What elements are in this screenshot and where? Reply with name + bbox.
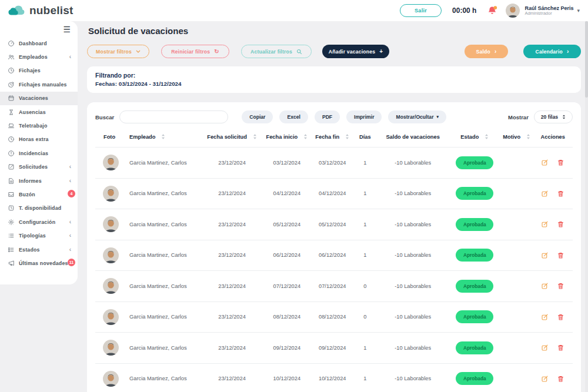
sidebar-item-label: Ausencias	[19, 109, 46, 115]
page-title: Solicitud de vacaciones	[88, 26, 581, 36]
table-row: Garcia Martinez, Carlos 23/12/2024 03/12…	[95, 147, 573, 178]
column-header-foto: Foto	[95, 134, 129, 140]
sidebar-item-fichajes-manuales[interactable]: Fichajes manuales	[0, 78, 78, 91]
cell-fecha-inicio: 04/12/2024	[262, 190, 311, 196]
sidebar-item-label: Estados	[19, 247, 40, 253]
cell-acciones	[533, 375, 573, 383]
table-row: Garcia Martinez, Carlos 23/12/2024 07/12…	[95, 270, 573, 301]
delete-icon[interactable]	[557, 313, 564, 321]
reset-filters-button[interactable]: Reiniciar filtros ↻	[161, 45, 229, 58]
sidebar-item-configuracion[interactable]: Configuración ‹	[0, 215, 78, 229]
table-row: Garcia Martinez, Carlos 23/12/2024 04/12…	[95, 178, 573, 209]
calendar-button[interactable]: Calendario ›	[523, 45, 581, 58]
sidebar-item-label: Dashboard	[19, 41, 47, 46]
user-info[interactable]: Raúl Sánchez Peris Administrador	[524, 5, 573, 16]
sort-icon[interactable]	[161, 133, 165, 140]
column-header-fecha-solicitud[interactable]: Fecha solicitud	[202, 133, 262, 140]
logout-button[interactable]: Salir	[400, 4, 442, 17]
cell-saldo: -10 Laborables	[377, 190, 449, 196]
edit-icon[interactable]	[541, 282, 549, 290]
delete-icon[interactable]	[557, 159, 564, 166]
sidebar-item-horas-extra[interactable]: Horas extra	[0, 133, 78, 146]
caret-down-icon: ▾	[436, 115, 439, 119]
column-header-empleado[interactable]: Empleado	[129, 133, 202, 140]
updown-icon	[562, 114, 566, 120]
sort-icon[interactable]	[485, 133, 489, 140]
reset-filters-label: Reiniciar filtros	[171, 49, 210, 55]
delete-icon[interactable]	[557, 220, 564, 228]
export-imprimir-button[interactable]: Imprimir	[346, 110, 382, 123]
calendar-label: Calendario	[536, 49, 563, 55]
sidebar-item-ultimas-novedades[interactable]: Últimas novedades 11	[0, 256, 78, 270]
delete-icon[interactable]	[557, 252, 564, 259]
edit-icon[interactable]	[541, 375, 549, 383]
sidebar-item-estados[interactable]: Estados ‹	[0, 243, 78, 256]
sort-icon[interactable]	[526, 133, 530, 140]
sort-icon[interactable]	[253, 133, 257, 140]
column-label: Fecha solicitud	[207, 134, 247, 140]
sidebar-item-teletrabajo[interactable]: Teletrabajo	[0, 119, 78, 132]
sidebar-item-label: Vacaciones	[19, 95, 48, 101]
sidebar-item-ausencias[interactable]: Ausencias	[0, 105, 78, 119]
edit-icon[interactable]	[541, 159, 549, 166]
column-header-estado[interactable]: Estado	[449, 133, 500, 140]
delete-icon[interactable]	[557, 190, 564, 197]
cell-fecha-solicitud: 23/12/2024	[202, 160, 262, 166]
update-filters-button[interactable]: Actualizar filtros	[241, 45, 312, 58]
sidebar-item-fichajes[interactable]: Fichajes	[0, 64, 78, 78]
delete-icon[interactable]	[557, 282, 564, 290]
sidebar-item-dashboard[interactable]: Dashboard	[0, 36, 78, 50]
add-vacation-button[interactable]: Añadir vacaciones +	[322, 45, 389, 58]
show-filters-button[interactable]: Mostrar filtros	[87, 45, 149, 58]
edit-icon[interactable]	[541, 190, 549, 197]
notification-count-badge: 11	[68, 259, 75, 266]
sort-icon[interactable]	[345, 133, 349, 140]
employee-photo	[103, 371, 119, 387]
search-input[interactable]	[119, 110, 228, 123]
sidebar-item-label: Fichajes manuales	[19, 82, 67, 88]
status-badge: Aprobada	[456, 280, 493, 293]
status-badge: Aprobada	[456, 187, 493, 200]
edit-icon[interactable]	[541, 220, 549, 228]
cell-empleado: Garcia Martinez, Carlos	[129, 190, 202, 196]
edit-icon[interactable]	[541, 313, 549, 321]
sidebar-item-solicitudes[interactable]: Solicitudes ‹	[0, 160, 78, 174]
cell-empleado: Garcia Martinez, Carlos	[129, 222, 202, 227]
column-header-fecha-fin[interactable]: Fecha fin	[312, 133, 353, 140]
cell-empleado: Garcia Martinez, Carlos	[129, 314, 202, 320]
column-header-motivo[interactable]: Motivo	[500, 133, 533, 140]
sidebar-item-vacaciones[interactable]: Vacaciones	[0, 92, 78, 105]
edit-icon[interactable]	[541, 344, 549, 351]
user-avatar[interactable]	[506, 4, 520, 18]
toggle-columns-button[interactable]: Mostrar/Ocultar ▾	[388, 110, 446, 123]
page-scrollbar[interactable]	[585, 21, 588, 392]
cell-fecha-solicitud: 23/12/2024	[202, 345, 262, 351]
export-excel-button[interactable]: Excel	[279, 110, 308, 123]
sidebar-item-informes[interactable]: Informes ‹	[0, 174, 78, 187]
edit-icon[interactable]	[541, 252, 549, 259]
column-header-fecha-inicio[interactable]: Fecha inicio	[262, 133, 311, 140]
export-pdf-button[interactable]: PDF	[315, 110, 340, 123]
sidebar-item-tipologias[interactable]: Tipologías ‹	[0, 229, 78, 242]
scrollbar-thumb[interactable]	[585, 21, 588, 98]
cell-fecha-inicio: 08/12/2024	[262, 314, 311, 320]
sidebar-item-empleados[interactable]: Empleados ‹	[0, 50, 78, 63]
column-label: Fecha inicio	[266, 134, 298, 140]
table-row: Garcia Martinez, Carlos 23/12/2024 06/12…	[95, 240, 573, 271]
show-filters-label: Mostrar filtros	[96, 49, 132, 55]
saldo-button[interactable]: Saldo ›	[465, 45, 508, 58]
sidebar-item-buzon[interactable]: Buzón 4	[0, 187, 78, 201]
sidebar-item-label: Buzón	[19, 192, 35, 197]
page-size-select[interactable]: 20 filas	[534, 110, 573, 123]
sidebar-item-label: Solicitudes	[19, 164, 48, 170]
delete-icon[interactable]	[557, 375, 564, 383]
export-copiar-button[interactable]: Copiar	[242, 110, 273, 123]
clock-check-icon	[8, 205, 15, 212]
sidebar-collapse-icon[interactable]: ☰	[63, 25, 71, 34]
notifications-bell-icon[interactable]	[487, 5, 497, 16]
sort-icon[interactable]	[303, 133, 308, 140]
user-menu-caret-icon[interactable]: ▾	[577, 8, 580, 14]
delete-icon[interactable]	[557, 344, 564, 351]
sidebar-item-t-disponibilidad[interactable]: T. disponibilidad	[0, 202, 78, 215]
sidebar-item-incidencias[interactable]: Incidencias	[0, 146, 78, 160]
